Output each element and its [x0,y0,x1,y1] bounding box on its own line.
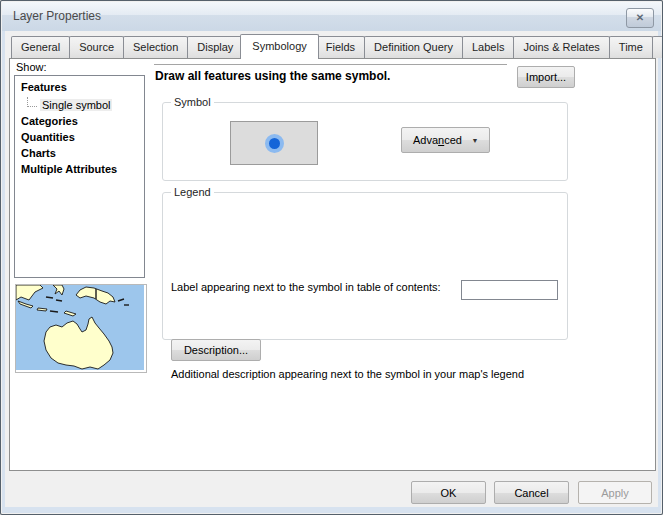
map-island-dash [50,311,58,312]
symbology-tab-page: Show: Features Single symbol Categories … [9,58,656,471]
import-button[interactable]: Import... [517,66,575,88]
window-title: Layer Properties [13,9,101,23]
map-island-dash [56,300,62,301]
tab-joins-relates[interactable]: Joins & Relates [513,36,609,58]
layer-properties-dialog: Layer Properties ✕ General Source Select… [0,0,663,515]
legend-label-input[interactable] [461,280,558,300]
tree-item-features[interactable]: Features [15,79,144,95]
tab-source[interactable]: Source [69,36,124,58]
map-lesser-sunda [37,308,47,311]
tree-item-multiple-attributes[interactable]: Multiple Attributes [15,161,144,177]
legend-group: Legend Label appearing next to the symbo… [162,192,568,340]
tree-item-categories[interactable]: Categories [15,113,144,129]
map-preview-image [16,285,144,370]
cancel-button[interactable]: Cancel [494,481,569,504]
map-island-dash [46,297,53,298]
tab-selection[interactable]: Selection [123,36,188,58]
tab-strip: General Source Selection Display Symbolo… [9,34,663,59]
tab-fields[interactable]: Fields [316,36,365,58]
header-divider [154,64,507,65]
tab-definition-query[interactable]: Definition Query [364,36,463,58]
tree-item-quantities[interactable]: Quantities [15,129,144,145]
ok-button[interactable]: OK [411,481,486,504]
tree-item-label[interactable]: Single symbol [40,99,112,111]
legend-additional-text: Additional description appearing next to… [171,368,524,380]
chevron-down-icon: ▼ [467,137,483,144]
legend-label-text: Label appearing next to the symbol in ta… [171,281,441,293]
page-title: Draw all features using the same symbol. [155,69,390,83]
apply-button: Apply [578,481,652,504]
tree-item-charts[interactable]: Charts [15,145,144,161]
tab-general[interactable]: General [11,36,70,58]
symbol-group-title: Symbol [171,96,214,108]
tab-html-popup[interactable]: HTML Popup [652,36,663,58]
advanced-label: Advanced [408,134,467,146]
advanced-dropdown-button[interactable]: Advanced ▼ [401,127,490,153]
title-bar[interactable]: Layer Properties ✕ [2,2,661,32]
map-preview [15,284,147,373]
tab-symbology[interactable]: Symbology [240,34,318,59]
tree-branch-icon [27,97,37,107]
show-label: Show: [16,61,47,73]
symbol-preview-button[interactable] [230,121,318,165]
symbol-group: Symbol Advanced ▼ [162,102,568,181]
description-button[interactable]: Description... [171,339,261,361]
show-tree-list[interactable]: Features Single symbol Categories Quanti… [14,75,145,278]
tab-labels[interactable]: Labels [462,36,514,58]
close-icon[interactable]: ✕ [626,8,654,28]
point-symbol-icon [265,134,284,153]
tab-display[interactable]: Display [187,36,243,58]
tree-item-single-symbol[interactable]: Single symbol [15,95,144,113]
tab-time[interactable]: Time [609,36,653,58]
legend-group-title: Legend [171,186,214,198]
